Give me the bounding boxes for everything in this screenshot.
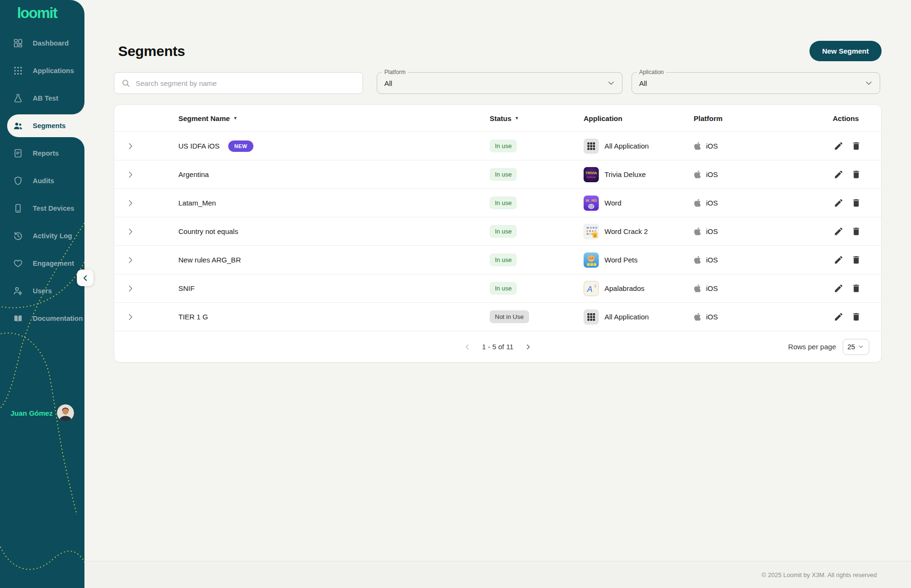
delete-button[interactable] xyxy=(850,311,862,323)
application-name: All Application xyxy=(604,313,649,321)
sidebar-nav: Dashboard Applications AB Test Segments … xyxy=(0,29,84,332)
dashboard-icon xyxy=(13,38,23,48)
svg-text:CRAC: CRAC xyxy=(586,229,597,232)
audits-icon xyxy=(13,176,23,186)
edit-button[interactable] xyxy=(833,311,844,323)
apple-icon xyxy=(694,284,701,293)
segment-name: SNIF xyxy=(178,284,195,292)
delete-button[interactable] xyxy=(850,197,862,209)
segment-name: Latam_Men xyxy=(178,199,216,207)
segment-name: Argentina xyxy=(178,170,209,178)
word-pets-icon xyxy=(584,252,599,268)
trash-icon xyxy=(851,169,861,179)
chevron-right-icon xyxy=(126,141,135,151)
status-badge: Not in Use xyxy=(490,310,529,323)
word-crack-2-icon: WORDCRACMIX2 xyxy=(584,224,599,239)
application-name: Word Pets xyxy=(604,256,638,264)
row-expand-button[interactable] xyxy=(124,197,137,209)
apple-icon xyxy=(694,141,701,150)
application-select[interactable]: Aplication All xyxy=(632,72,880,94)
page-title: Segments xyxy=(118,43,185,59)
pencil-icon xyxy=(834,283,844,293)
reports-icon xyxy=(13,148,23,159)
segment-name: US IDFA iOS xyxy=(178,142,220,150)
platform-select-value: All xyxy=(384,79,392,87)
svg-text:W_RD: W_RD xyxy=(586,198,597,203)
delete-button[interactable] xyxy=(850,283,862,294)
row-expand-button[interactable] xyxy=(124,140,137,152)
platform-name: iOS xyxy=(706,170,718,178)
previous-page-button[interactable] xyxy=(463,343,472,351)
apple-icon xyxy=(694,312,701,321)
user-avatar[interactable] xyxy=(57,404,74,421)
column-header-status[interactable]: Status▼ xyxy=(490,114,584,122)
application-name: All Application xyxy=(604,142,649,150)
segments-icon xyxy=(13,121,23,131)
pencil-icon xyxy=(834,312,844,322)
edit-button[interactable] xyxy=(833,226,844,237)
table-row: TIER 1 G Not in Use All Application iOS xyxy=(114,302,881,331)
user-name: Juan Gómez xyxy=(10,409,53,417)
sidebar-item-documentation[interactable]: Documentation xyxy=(0,305,84,332)
pagination-bar: 1 - 5 of 11 Rows per page 25 xyxy=(114,331,881,362)
row-expand-button[interactable] xyxy=(124,225,137,238)
delete-button[interactable] xyxy=(850,226,862,237)
platform-name: iOS xyxy=(706,256,718,264)
word-icon: W_RD xyxy=(584,196,599,211)
chevron-left-icon xyxy=(81,273,90,283)
sidebar-item-audits[interactable]: Audits xyxy=(0,167,84,195)
delete-button[interactable] xyxy=(850,140,862,152)
application-name: Apalabrados xyxy=(604,284,644,292)
sidebar-item-activity-log[interactable]: Activity Log xyxy=(0,222,84,250)
sidebar-item-applications[interactable]: Applications xyxy=(0,57,84,84)
edit-button[interactable] xyxy=(833,254,844,266)
table-row: New rules ARG_BR In use Word Pets iOS xyxy=(114,245,881,274)
edit-button[interactable] xyxy=(833,197,844,209)
application-name: Word Crack 2 xyxy=(604,227,648,235)
row-expand-button[interactable] xyxy=(124,168,137,181)
column-header-platform: Platform xyxy=(694,114,833,122)
new-segment-button[interactable]: New Segment xyxy=(809,41,882,61)
segments-table: Segment Name▼ Status▼ Application Platfo… xyxy=(114,104,882,363)
status-badge: In use xyxy=(490,168,517,181)
trivia-deluxe-icon: TRIVIADeluxe xyxy=(584,167,599,182)
search-icon xyxy=(121,78,131,88)
all-apps-icon xyxy=(584,309,599,325)
platform-name: iOS xyxy=(706,227,718,235)
chevron-right-icon xyxy=(126,227,135,236)
pencil-icon xyxy=(834,169,844,179)
platform-name: iOS xyxy=(706,284,718,292)
sidebar-item-dashboard[interactable]: Dashboard xyxy=(0,29,84,57)
search-input[interactable] xyxy=(136,79,356,87)
column-header-application: Application xyxy=(584,114,694,122)
platform-select-label: Platform xyxy=(382,69,408,75)
platform-select[interactable]: Platform All xyxy=(377,72,623,94)
svg-text:WORD: WORD xyxy=(586,226,598,229)
next-page-button[interactable] xyxy=(524,343,532,351)
test-devices-icon xyxy=(13,203,23,214)
trash-icon xyxy=(851,255,861,265)
edit-button[interactable] xyxy=(833,283,844,294)
row-expand-button[interactable] xyxy=(124,254,137,266)
table-row: SNIF In use A1 Apalabrados iOS xyxy=(114,274,881,302)
row-expand-button[interactable] xyxy=(124,311,137,323)
sidebar-item-test-devices[interactable]: Test Devices xyxy=(0,195,84,222)
edit-button[interactable] xyxy=(833,140,844,152)
sidebar-item-users[interactable]: Users xyxy=(0,277,84,305)
delete-button[interactable] xyxy=(850,254,862,266)
pencil-icon xyxy=(834,255,844,265)
sidebar-item-segments[interactable]: Segments xyxy=(7,114,84,137)
sidebar-item-engagement[interactable]: Engagement xyxy=(0,250,84,277)
status-badge: In use xyxy=(490,253,517,266)
delete-button[interactable] xyxy=(850,169,862,180)
status-badge: In use xyxy=(490,140,517,152)
row-expand-button[interactable] xyxy=(124,282,137,295)
sidebar-item-reports[interactable]: Reports xyxy=(0,140,84,167)
edit-button[interactable] xyxy=(833,169,844,180)
sidebar-collapse-button[interactable] xyxy=(77,270,93,286)
segment-name: New rules ARG_BR xyxy=(178,256,241,264)
pencil-icon xyxy=(834,141,844,151)
column-header-segment-name[interactable]: Segment Name▼ xyxy=(178,114,490,122)
users-icon xyxy=(13,286,23,296)
sidebar: loomit Dashboard Applications AB Test Se… xyxy=(0,0,84,588)
